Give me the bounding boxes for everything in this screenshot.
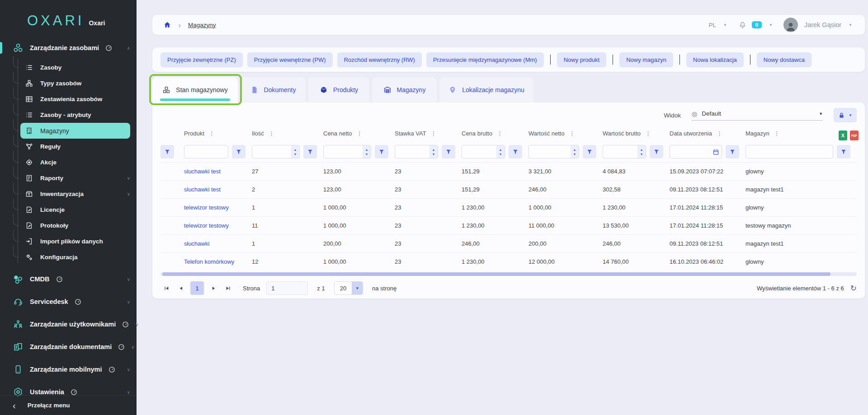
- column-header-ilosc[interactable]: Ilość⋮: [252, 130, 323, 137]
- column-header-wartosc-brutto[interactable]: Wartość brutto⋮: [603, 130, 670, 137]
- column-header-produkt[interactable]: Produkt⋮: [184, 130, 252, 137]
- table-row[interactable]: telewizor testowy 11 1 000,00 23 1 230,0…: [160, 216, 857, 234]
- filter-funnel-button[interactable]: [303, 145, 317, 159]
- column-header-wartosc-netto[interactable]: Wartość netto⋮: [528, 130, 603, 137]
- sidebar-item-akcje[interactable]: Akcje: [20, 154, 130, 170]
- sidebar-item-magazyny[interactable]: Magazyny: [20, 123, 130, 139]
- nowy-produkt-button[interactable]: Nowy produkt: [557, 52, 606, 67]
- cena-netto-filter-input[interactable]: [324, 145, 363, 158]
- sidebar-section-zarzadzanie-dokumentami[interactable]: Zarządzanie dokumentami ∨: [0, 336, 137, 358]
- lock-view-button[interactable]: ▼: [834, 108, 857, 122]
- stawka-vat-filter-input[interactable]: [395, 145, 429, 158]
- table-row[interactable]: Telefon komórkowy 12 1 000,00 23 1 230,0…: [160, 252, 857, 270]
- sidebar-item-zestawienia-zasobow[interactable]: Zestawienia zasobów: [20, 91, 130, 107]
- previous-page-button[interactable]: [175, 282, 187, 294]
- kebab-menu-icon[interactable]: ⋮: [497, 130, 503, 137]
- rozchod-wewnetrzny-button[interactable]: Rozchód wewnętrzny (RW): [337, 52, 422, 67]
- ilosc-filter-input[interactable]: [252, 145, 291, 158]
- kebab-menu-icon[interactable]: ⋮: [645, 130, 651, 137]
- sidebar-item-reguly[interactable]: Reguły: [20, 139, 130, 154]
- sidebar-item-konfiguracja[interactable]: Konfiguracja: [20, 249, 130, 265]
- bell-icon[interactable]: [739, 21, 746, 29]
- przesuniecie-miedzymagazynowe-button[interactable]: Przesunięcie międzymagazynowe (Mm): [426, 52, 544, 67]
- produkt-filter-input[interactable]: [184, 145, 228, 158]
- page-size-select[interactable]: 20 ▼: [334, 281, 363, 295]
- sidebar-section-zarzadzanie-zasobami[interactable]: Zarządzanie zasobami ∧: [0, 38, 137, 58]
- magazyn-filter-input[interactable]: [746, 145, 833, 158]
- column-header-data-utworzenia[interactable]: Data utworzenia⋮: [670, 130, 745, 137]
- horizontal-scrollbar[interactable]: [160, 272, 857, 276]
- sidebar-item-protokoly[interactable]: Protokoły: [20, 218, 130, 233]
- table-row[interactable]: sluchawki test 2 123,00 23 151,29 246,00…: [160, 180, 857, 198]
- column-header-stawka-vat[interactable]: Stawka VAT⋮: [395, 130, 462, 137]
- filter-funnel-button[interactable]: [650, 145, 663, 159]
- sidebar-section-servicedesk[interactable]: Servicedesk ∨: [0, 290, 137, 313]
- filter-funnel-button[interactable]: [509, 145, 522, 159]
- sidebar-item-raporty[interactable]: Raporty ∨: [20, 170, 130, 186]
- tab-dokumenty[interactable]: Dokumenty: [241, 77, 306, 103]
- next-page-button[interactable]: [208, 282, 219, 294]
- kebab-menu-icon[interactable]: ⋮: [269, 130, 274, 137]
- filter-funnel-button[interactable]: [442, 145, 455, 159]
- column-header-cena-netto[interactable]: Cena netto⋮: [323, 130, 395, 137]
- nowa-lokalizacja-button[interactable]: Nowa lokalizacja: [686, 52, 744, 67]
- current-page-button[interactable]: 1: [190, 281, 204, 295]
- cena-brutto-filter-input[interactable]: [462, 145, 496, 158]
- product-link[interactable]: sluchawki test: [184, 186, 252, 193]
- number-spinner[interactable]: ▲▼: [429, 145, 438, 158]
- wartosc-brutto-filter-input[interactable]: [603, 145, 637, 158]
- filter-funnel-button[interactable]: [583, 145, 596, 159]
- przyjecie-zewnetrzne-button[interactable]: Przyjęcie zewnętrzne (PZ): [160, 52, 243, 67]
- user-name[interactable]: Jarek Gąsior: [804, 21, 841, 28]
- sidebar-section-zarzadzanie-uzytkownikami[interactable]: Zarządzanie użytkownikami ∨: [0, 313, 137, 336]
- kebab-menu-icon[interactable]: ⋮: [569, 130, 575, 137]
- kebab-menu-icon[interactable]: ⋮: [717, 130, 722, 137]
- sidebar-item-typy-zasobow[interactable]: Typy zasobów: [20, 75, 130, 91]
- tab-produkty[interactable]: Produkty: [308, 77, 369, 103]
- refresh-icon[interactable]: ↻: [850, 284, 857, 292]
- calendar-icon[interactable]: [710, 145, 722, 158]
- filter-funnel-button[interactable]: [232, 145, 245, 159]
- language-selector[interactable]: PL: [708, 22, 716, 28]
- avatar[interactable]: [783, 18, 798, 32]
- product-link[interactable]: telewizor testowy: [184, 204, 252, 211]
- wartosc-netto-filter-input[interactable]: [529, 145, 571, 158]
- export-pdf-icon[interactable]: PDF: [850, 131, 859, 140]
- filter-funnel-button[interactable]: [726, 145, 739, 159]
- column-header-cena-brutto[interactable]: Cena brutto⋮: [462, 130, 528, 137]
- table-row[interactable]: telewizor testowy 1 1 000,00 23 1 230,00…: [160, 198, 857, 216]
- number-spinner[interactable]: ▲▼: [496, 145, 505, 158]
- number-spinner[interactable]: ▲▼: [637, 145, 646, 158]
- kebab-menu-icon[interactable]: ⋮: [209, 130, 215, 137]
- number-spinner[interactable]: ▲▼: [363, 145, 371, 158]
- first-page-button[interactable]: [160, 282, 172, 294]
- nowy-magazyn-button[interactable]: Nowy magazyn: [619, 52, 673, 67]
- tab-stan-magazynowy[interactable]: Stan magazynowy: [152, 77, 238, 103]
- kebab-menu-icon[interactable]: ⋮: [431, 130, 437, 137]
- filter-funnel-button[interactable]: [375, 145, 388, 159]
- product-link[interactable]: słuchawki: [184, 240, 252, 247]
- chevron-down-icon[interactable]: ▼: [849, 23, 852, 27]
- product-link[interactable]: sluchawki test: [184, 168, 252, 175]
- sidebar-item-import-plikow[interactable]: Import plików danych: [20, 233, 130, 249]
- logo[interactable]: OXARI Oxari: [0, 0, 137, 38]
- sidebar-section-cmdb[interactable]: CMDB ∨: [0, 268, 137, 290]
- number-spinner[interactable]: ▲▼: [291, 145, 299, 158]
- sidebar-item-zasoby[interactable]: Zasoby: [20, 60, 130, 75]
- view-select[interactable]: ◎ Default ▼: [692, 110, 823, 121]
- export-excel-icon[interactable]: X: [839, 131, 847, 140]
- number-spinner[interactable]: ▲▼: [571, 145, 579, 158]
- kebab-menu-icon[interactable]: ⋮: [774, 130, 780, 137]
- kebab-menu-icon[interactable]: ⋮: [357, 130, 363, 137]
- home-icon[interactable]: [163, 21, 171, 29]
- notification-badge[interactable]: 0: [752, 21, 762, 28]
- table-row[interactable]: sluchawki test 27 123,00 23 151,29 3 321…: [160, 162, 857, 180]
- product-link[interactable]: telewizor testowy: [184, 222, 252, 229]
- chevron-down-icon[interactable]: ▼: [723, 23, 727, 27]
- sidebar-item-zasoby-atrybuty[interactable]: Zasoby - atrybuty: [20, 107, 130, 123]
- filter-funnel-button[interactable]: [837, 145, 850, 159]
- przyjecie-wewnetrzne-button[interactable]: Przyjęcie wewnętrzne (PW): [247, 52, 333, 67]
- page-number-input[interactable]: [266, 281, 308, 295]
- tab-magazyny[interactable]: Magazyny: [372, 77, 437, 103]
- breadcrumb-current[interactable]: Magazyny: [188, 22, 216, 28]
